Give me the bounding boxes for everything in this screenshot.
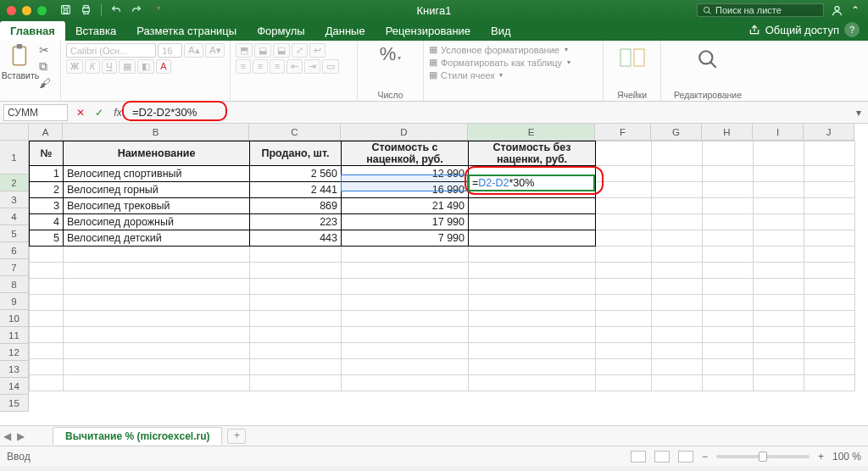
percent-icon[interactable]: %▾: [380, 43, 402, 65]
align-bottom-button[interactable]: ⬓: [273, 43, 290, 58]
share-button[interactable]: Общий доступ: [765, 24, 839, 36]
row-header-7[interactable]: 7: [0, 259, 29, 276]
row-header-13[interactable]: 13: [0, 361, 29, 378]
format-painter-icon[interactable]: 🖌: [39, 76, 51, 90]
align-center-button[interactable]: ≡: [253, 59, 268, 74]
col-header-H[interactable]: H: [702, 124, 753, 141]
tab-home[interactable]: Главная: [0, 21, 65, 41]
row-header-10[interactable]: 10: [0, 310, 29, 327]
col-header-A[interactable]: A: [29, 124, 63, 141]
accept-formula-button[interactable]: ✓: [90, 107, 108, 119]
align-middle-button[interactable]: ⬓: [254, 43, 271, 58]
cancel-formula-button[interactable]: ✕: [71, 107, 90, 119]
col-header-C[interactable]: C: [249, 124, 341, 141]
view-page-layout-button[interactable]: [654, 451, 670, 463]
formula-input[interactable]: [127, 104, 849, 120]
view-page-break-button[interactable]: [678, 451, 693, 463]
cell-styles-button[interactable]: ▦Стили ячеек▾: [429, 69, 598, 80]
row-header-12[interactable]: 12: [0, 344, 29, 361]
col-header-D[interactable]: D: [341, 124, 468, 141]
fx-button[interactable]: fx: [108, 107, 127, 119]
tab-view[interactable]: Вид: [481, 21, 521, 41]
align-left-button[interactable]: ≡: [236, 59, 251, 74]
tab-review[interactable]: Рецензирование: [376, 21, 481, 41]
sheet-search[interactable]: Поиск на листе: [697, 3, 824, 17]
undo-icon[interactable]: [110, 4, 122, 16]
redo-icon[interactable]: [131, 4, 142, 16]
expand-formula-bar-button[interactable]: ▾: [849, 107, 868, 119]
align-right-button[interactable]: ≡: [270, 59, 285, 74]
cells-icon[interactable]: [620, 48, 645, 67]
row-header-11[interactable]: 11: [0, 327, 29, 344]
bold-button[interactable]: Ж: [66, 59, 83, 74]
cut-icon[interactable]: ✂: [39, 43, 51, 57]
print-icon[interactable]: [81, 4, 92, 16]
cells-area[interactable]: №НаименованиеПродано, шт.Стоимость с нац…: [29, 141, 855, 391]
view-normal-button[interactable]: [631, 451, 646, 463]
font-name-select[interactable]: Calibri (Осн...: [66, 43, 156, 58]
col-header-G[interactable]: G: [651, 124, 702, 141]
col-header-I[interactable]: I: [753, 124, 804, 141]
italic-button[interactable]: К: [85, 59, 100, 74]
row-headers[interactable]: 123456789101112131415: [0, 141, 29, 412]
increase-font-button[interactable]: A▴: [184, 43, 203, 58]
conditional-formatting-button[interactable]: ▦Условное форматирование▾: [429, 44, 598, 55]
help-icon[interactable]: ?: [844, 22, 860, 37]
column-headers[interactable]: ABCDEFGHIJ: [29, 124, 854, 141]
indent-dec-button[interactable]: ⇤: [287, 59, 303, 74]
user-icon[interactable]: [831, 4, 843, 17]
fill-color-button[interactable]: ◧: [137, 59, 154, 74]
sheet-nav-prev[interactable]: ◀: [0, 430, 14, 442]
zoom-in-button[interactable]: +: [818, 451, 824, 463]
svg-rect-2: [83, 8, 90, 11]
row-header-3[interactable]: 3: [0, 191, 29, 208]
row-header-6[interactable]: 6: [0, 242, 29, 259]
tab-page-layout[interactable]: Разметка страницы: [126, 21, 247, 41]
sheet-tab-active[interactable]: Вычитание % (microexcel.ru): [53, 427, 222, 445]
col-header-E[interactable]: E: [468, 124, 595, 141]
tab-insert[interactable]: Вставка: [65, 21, 126, 41]
spreadsheet-grid[interactable]: ABCDEFGHIJ 123456789101112131415 №Наимен…: [0, 124, 868, 425]
row-header-8[interactable]: 8: [0, 276, 29, 293]
svg-rect-8: [17, 44, 22, 48]
select-all-corner[interactable]: [0, 124, 29, 141]
tab-formulas[interactable]: Формулы: [247, 21, 315, 41]
paste-button[interactable]: Вставить: [5, 43, 36, 99]
row-header-14[interactable]: 14: [0, 378, 29, 395]
svg-rect-3: [84, 6, 88, 8]
font-color-button[interactable]: A: [156, 59, 171, 74]
ribbon-toggle-icon[interactable]: ⌃: [849, 4, 861, 16]
wrap-text-button[interactable]: ↩: [309, 43, 326, 58]
col-header-B[interactable]: B: [63, 124, 249, 141]
add-sheet-button[interactable]: +: [227, 429, 246, 444]
col-header-J[interactable]: J: [804, 124, 854, 141]
merge-button[interactable]: ▭: [322, 59, 339, 74]
fullscreen-window-button[interactable]: [37, 6, 47, 15]
decrease-font-button[interactable]: A▾: [205, 43, 225, 58]
tab-data[interactable]: Данные: [315, 21, 376, 41]
row-header-4[interactable]: 4: [0, 208, 29, 225]
save-icon[interactable]: [60, 4, 72, 16]
format-as-table-button[interactable]: ▦Форматировать как таблицу▾: [429, 57, 598, 68]
indent-inc-button[interactable]: ⇥: [304, 59, 320, 74]
orientation-button[interactable]: ⤢: [292, 43, 308, 58]
row-header-2[interactable]: 2: [0, 175, 29, 191]
close-window-button[interactable]: [7, 6, 16, 15]
row-header-5[interactable]: 5: [0, 225, 29, 242]
minimize-window-button[interactable]: [22, 6, 31, 15]
zoom-slider[interactable]: [716, 455, 810, 458]
underline-button[interactable]: Ч: [102, 59, 117, 74]
col-header-F[interactable]: F: [595, 124, 651, 141]
find-icon[interactable]: [697, 48, 719, 70]
row-header-1[interactable]: 1: [0, 141, 29, 175]
row-header-15[interactable]: 15: [0, 395, 29, 412]
copy-icon[interactable]: ⧉: [39, 59, 51, 74]
sheet-nav-next[interactable]: ▶: [14, 430, 27, 442]
font-size-select[interactable]: 16: [158, 43, 182, 58]
row-header-9[interactable]: 9: [0, 293, 29, 310]
align-top-button[interactable]: ⬒: [236, 43, 253, 58]
name-box[interactable]: [3, 104, 68, 121]
zoom-out-button[interactable]: −: [702, 451, 708, 463]
border-button[interactable]: ▦: [119, 59, 136, 74]
qat-dropdown-icon[interactable]: ▾: [153, 4, 164, 16]
